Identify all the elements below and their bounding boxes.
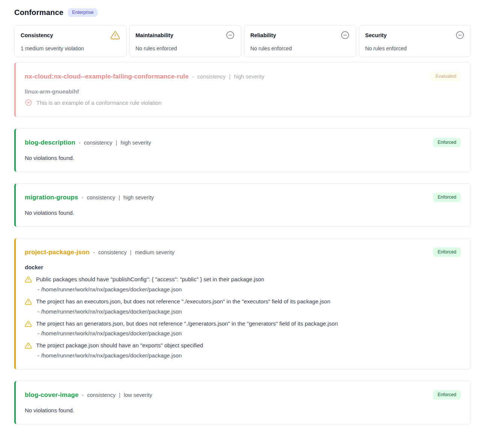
summary-card-status: No rules enforced xyxy=(135,45,235,51)
violation-path: - /home/runner/work/nx/nx/packages/docke… xyxy=(38,286,461,293)
summary-card-status: No rules enforced xyxy=(365,45,465,51)
page-title: Conformance xyxy=(14,8,63,17)
violation-message: This is an example of a conformance rule… xyxy=(36,100,162,106)
rule-card-content: blog-cover-image - consistency | low sev… xyxy=(16,381,471,424)
project-name: docker xyxy=(25,264,461,270)
rule-card-project-package-json: project-package-json - consistency | med… xyxy=(14,238,471,370)
violation-item: Public packages should have "publishConf… xyxy=(25,275,461,284)
warning-triangle-icon xyxy=(25,297,32,305)
rule-card-migration-groups: migration-groups - consistency | high se… xyxy=(14,183,471,227)
rule-name[interactable]: blog-description xyxy=(25,139,75,146)
violation-message: The project package.json should have an … xyxy=(36,341,203,350)
summary-card-label: Reliability xyxy=(250,30,276,38)
rule-card-blog-description: blog-description - consistency | high se… xyxy=(14,128,471,172)
status-badge: Enforced xyxy=(433,390,461,400)
rule-severity: medium severity xyxy=(135,249,175,255)
dash-separator: - xyxy=(93,249,95,255)
rule-name[interactable]: nx-cloud:nx-cloud--example-failing-confo… xyxy=(25,73,189,80)
summary-card-security: Security No rules enforced xyxy=(359,25,471,57)
summary-card-maintainability: Maintainability No rules enforced xyxy=(129,25,241,57)
violation-item: The project package.json should have an … xyxy=(25,341,461,350)
rule-header: project-package-json - consistency | med… xyxy=(25,247,461,257)
dash-separator: - xyxy=(81,195,83,201)
violation-message: The project has an generators.json, but … xyxy=(36,320,338,328)
rule-severity: high severity xyxy=(120,140,151,146)
rule-header: blog-description - consistency | high se… xyxy=(25,138,461,147)
summary-card-consistency: Consistency 1 medium severity violation xyxy=(14,25,126,57)
violation-message: The project has an executors.json, but d… xyxy=(36,297,330,306)
pipe-separator: | xyxy=(119,195,120,201)
enterprise-badge: Enterprise xyxy=(68,8,98,17)
rule-category: consistency xyxy=(84,140,113,146)
violation-message: Public packages should have "publishConf… xyxy=(36,275,264,284)
x-circle-icon xyxy=(25,99,32,106)
pipe-separator: | xyxy=(116,140,117,146)
rule-header: migration-groups - consistency | high se… xyxy=(25,193,461,202)
pipe-separator: | xyxy=(119,392,120,398)
rule-severity: low severity xyxy=(124,392,152,398)
rule-severity: high severity xyxy=(234,74,264,80)
summary-card-status: 1 medium severity violation xyxy=(21,45,120,51)
summary-card-status: No rules enforced xyxy=(250,45,350,51)
summary-card-label: Security xyxy=(365,30,387,38)
rule-name[interactable]: migration-groups xyxy=(25,194,78,201)
project-name: linux-arm-gnueabihf xyxy=(25,88,461,95)
warning-triangle-icon xyxy=(25,341,32,349)
minus-circle-icon xyxy=(340,30,350,40)
violation-path: - /home/runner/work/nx/nx/packages/docke… xyxy=(38,308,461,315)
rule-card-example-failing: nx-cloud:nx-cloud--example-failing-confo… xyxy=(14,62,471,117)
rule-card-blog-cover-image: blog-cover-image - consistency | low sev… xyxy=(14,381,471,424)
rule-category: consistency xyxy=(87,392,116,398)
summary-card-label: Consistency xyxy=(21,30,53,38)
status-badge: Enforced xyxy=(433,193,461,202)
rule-header: blog-cover-image - consistency | low sev… xyxy=(25,390,461,400)
warning-triangle-icon xyxy=(25,275,32,283)
warning-triangle-icon xyxy=(25,320,32,327)
minus-circle-icon xyxy=(226,30,235,40)
status-badge: Enforced xyxy=(433,247,461,257)
rule-header: nx-cloud:nx-cloud--example-failing-confo… xyxy=(25,72,461,81)
rule-card-content: nx-cloud:nx-cloud--example-failing-confo… xyxy=(16,63,471,117)
conformance-page: Conformance Enterprise Consistency 1 med… xyxy=(0,0,483,438)
violation-path: - /home/runner/work/nx/nx/packages/docke… xyxy=(38,352,461,359)
status-badge: Evaluated xyxy=(431,72,461,81)
no-violations-text: No violations found. xyxy=(25,155,461,161)
dash-separator: - xyxy=(192,74,194,80)
rule-severity: high severity xyxy=(123,195,154,201)
no-violations-text: No violations found. xyxy=(25,210,461,216)
rule-card-content: project-package-json - consistency | med… xyxy=(16,238,471,369)
summary-card-head: Security xyxy=(365,30,465,40)
minus-circle-icon xyxy=(455,30,465,40)
rule-card-content: migration-groups - consistency | high se… xyxy=(16,184,471,226)
page-header: Conformance Enterprise xyxy=(14,8,471,17)
no-violations-text: No violations found. xyxy=(25,407,461,413)
rule-name[interactable]: project-package-json xyxy=(25,249,90,256)
dash-separator: - xyxy=(82,392,84,398)
rule-category: consistency xyxy=(87,195,115,201)
summary-card-label: Maintainability xyxy=(135,30,173,38)
summary-card-grid: Consistency 1 medium severity violation … xyxy=(14,25,471,57)
rule-category: consistency xyxy=(197,74,226,80)
summary-card-head: Reliability xyxy=(250,30,350,40)
status-badge: Enforced xyxy=(433,138,461,147)
summary-card-reliability: Reliability No rules enforced xyxy=(244,25,356,57)
violation-item: The project has an generators.json, but … xyxy=(25,320,461,328)
summary-card-head: Consistency xyxy=(21,30,120,40)
pipe-separator: | xyxy=(130,249,132,255)
violation-item: The project has an executors.json, but d… xyxy=(25,297,461,306)
rule-category: consistency xyxy=(98,249,127,255)
pipe-separator: | xyxy=(229,74,230,80)
rule-card-content: blog-description - consistency | high se… xyxy=(16,129,471,172)
dash-separator: - xyxy=(79,140,81,146)
warning-triangle-icon xyxy=(110,30,120,40)
rule-name[interactable]: blog-cover-image xyxy=(25,391,78,399)
summary-card-head: Maintainability xyxy=(135,30,235,40)
violation-line: This is an example of a conformance rule… xyxy=(25,99,461,106)
violation-path: - /home/runner/work/nx/nx/packages/docke… xyxy=(38,330,461,336)
